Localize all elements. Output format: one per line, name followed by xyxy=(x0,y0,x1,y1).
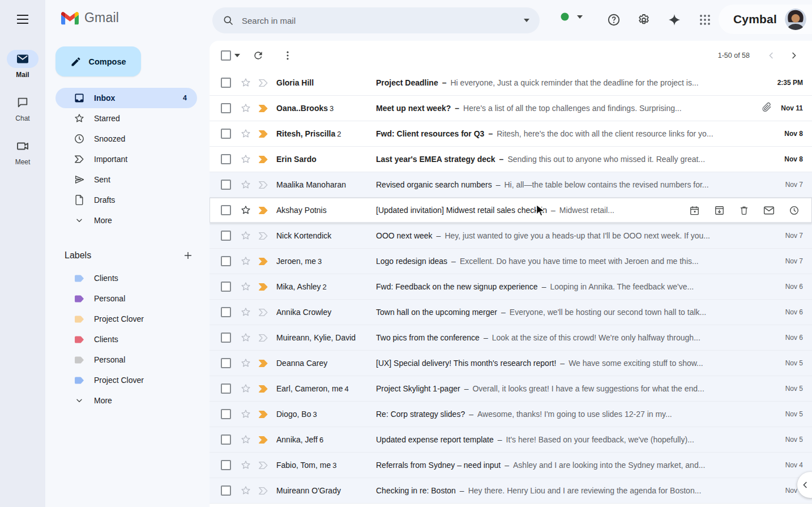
row-checkbox[interactable] xyxy=(221,358,231,368)
row-checkbox[interactable] xyxy=(221,256,231,266)
email-row[interactable]: Gloria Hill Project Deadline – Hi everyo… xyxy=(210,70,812,96)
importance-marker[interactable] xyxy=(258,308,268,317)
importance-marker[interactable] xyxy=(258,206,268,215)
sidebar-item-sent[interactable]: Sent xyxy=(55,169,197,190)
create-label-button[interactable] xyxy=(179,246,197,265)
email-row[interactable]: Diogo, Bo3 Re: Corp strategy slides? – A… xyxy=(210,402,812,427)
importance-marker[interactable] xyxy=(258,232,268,240)
importance-marker[interactable] xyxy=(258,130,268,138)
row-checkbox[interactable] xyxy=(221,485,231,496)
delete-button[interactable] xyxy=(739,205,749,216)
row-checkbox[interactable] xyxy=(221,180,231,190)
account-status-selector[interactable] xyxy=(561,12,583,21)
star-button[interactable] xyxy=(240,179,251,190)
star-button[interactable] xyxy=(240,459,251,471)
email-row[interactable]: Fabio, Tom, me3 Referrals from Sydney – … xyxy=(210,453,812,478)
importance-marker[interactable] xyxy=(258,334,268,342)
importance-marker[interactable] xyxy=(258,283,268,291)
star-button[interactable] xyxy=(240,408,251,420)
row-checkbox[interactable] xyxy=(221,231,231,241)
sidebar-item-more[interactable]: More xyxy=(55,210,197,231)
main-menu-button[interactable] xyxy=(11,8,34,31)
sidebar-item-drafts[interactable]: Drafts xyxy=(55,190,197,210)
sidebar-item-starred[interactable]: Starred xyxy=(55,108,197,129)
email-row[interactable]: Ritesh, Priscilla2 Fwd: Client resources… xyxy=(210,121,812,147)
rail-item-meet[interactable]: Meet xyxy=(7,137,39,166)
importance-marker[interactable] xyxy=(258,436,268,444)
email-row[interactable]: Akshay Potnis [Updated invitation] Midwe… xyxy=(210,198,812,223)
star-button[interactable] xyxy=(240,383,251,394)
star-button[interactable] xyxy=(240,485,251,496)
settings-button[interactable] xyxy=(631,7,656,32)
row-checkbox[interactable] xyxy=(221,409,231,419)
importance-marker[interactable] xyxy=(258,461,268,470)
row-checkbox[interactable] xyxy=(221,434,231,445)
email-row[interactable]: Deanna Carey [UX] Special delivery! This… xyxy=(210,351,812,376)
row-checkbox[interactable] xyxy=(221,282,231,292)
row-checkbox[interactable] xyxy=(221,103,231,113)
labels-more[interactable]: More xyxy=(55,390,197,411)
star-button[interactable] xyxy=(240,434,251,445)
importance-marker[interactable] xyxy=(258,104,268,113)
email-row[interactable]: Erin Sardo Last year's EMEA strategy dec… xyxy=(210,147,812,172)
sidebar-label-item[interactable]: Personal xyxy=(55,288,197,309)
email-row[interactable]: Oana..Brooks3 Meet up next week? – Here'… xyxy=(210,96,812,121)
email-row[interactable]: Maalika Manoharan Revised organic search… xyxy=(210,172,812,198)
row-checkbox[interactable] xyxy=(221,154,231,164)
search-bar[interactable] xyxy=(212,7,540,33)
star-button[interactable] xyxy=(240,77,251,88)
rail-item-mail[interactable]: Mail xyxy=(7,50,39,79)
star-button[interactable] xyxy=(240,204,251,216)
email-row[interactable]: Muireann, Kylie, David Two pics from the… xyxy=(210,325,812,351)
importance-marker[interactable] xyxy=(258,487,268,495)
star-button[interactable] xyxy=(240,281,251,292)
rsvp-calendar-button[interactable] xyxy=(689,205,700,216)
sidebar-label-item[interactable]: Project Clover xyxy=(55,370,197,390)
row-checkbox[interactable] xyxy=(221,129,231,139)
newer-page-button[interactable] xyxy=(761,45,781,66)
email-row[interactable]: Annika Crowley Town hall on the upcoming… xyxy=(210,300,812,325)
star-button[interactable] xyxy=(240,332,251,343)
importance-marker[interactable] xyxy=(258,385,268,393)
archive-button[interactable] xyxy=(714,205,725,216)
importance-marker[interactable] xyxy=(258,359,268,368)
older-page-button[interactable] xyxy=(784,45,804,66)
rail-item-chat[interactable]: Chat xyxy=(7,93,39,122)
sidebar-label-item[interactable]: Clients xyxy=(55,329,197,350)
importance-marker[interactable] xyxy=(258,155,268,164)
star-button[interactable] xyxy=(240,128,251,139)
email-row[interactable]: Nick Kortendick OOO next week – Hey, jus… xyxy=(210,223,812,249)
google-apps-button[interactable] xyxy=(693,7,717,32)
email-row[interactable]: Earl, Cameron, me4 Project Skylight 1-pa… xyxy=(210,376,812,402)
star-button[interactable] xyxy=(240,103,251,114)
email-row[interactable]: Mika, Ashley2 Fwd: Feedback on the new s… xyxy=(210,274,812,300)
select-all-checkbox[interactable] xyxy=(221,50,231,61)
star-button[interactable] xyxy=(240,154,251,165)
importance-marker[interactable] xyxy=(258,79,268,87)
sidebar-item-snoozed[interactable]: Snoozed xyxy=(55,129,197,149)
sidebar-label-item[interactable]: Personal xyxy=(55,350,197,370)
row-checkbox[interactable] xyxy=(221,205,231,215)
star-button[interactable] xyxy=(240,306,251,318)
refresh-button[interactable] xyxy=(247,44,270,67)
email-row[interactable]: Muireann O'Grady Checking in re: Boston … xyxy=(210,478,812,504)
sidebar-item-important[interactable]: Important xyxy=(55,149,197,169)
email-row[interactable]: Jeroen, me3 Logo redesign ideas – Excell… xyxy=(210,249,812,274)
importance-marker[interactable] xyxy=(258,181,268,189)
row-checkbox[interactable] xyxy=(221,460,231,470)
account-avatar[interactable] xyxy=(785,8,806,30)
email-row[interactable]: Annika, Jeff6 Updated expense report tem… xyxy=(210,427,812,453)
star-button[interactable] xyxy=(240,357,251,369)
sidebar-item-inbox[interactable]: Inbox 4 xyxy=(55,88,197,108)
compose-button[interactable]: Compose xyxy=(55,46,141,76)
importance-marker[interactable] xyxy=(258,410,268,419)
mark-unread-button[interactable] xyxy=(763,206,775,215)
star-button[interactable] xyxy=(240,255,251,267)
select-options-caret-icon[interactable] xyxy=(234,54,240,57)
search-options-caret-icon[interactable] xyxy=(524,19,529,22)
row-checkbox[interactable] xyxy=(221,333,231,343)
row-checkbox[interactable] xyxy=(221,384,231,394)
sidebar-label-item[interactable]: Clients xyxy=(55,268,197,288)
gmail-logo[interactable]: Gmail xyxy=(61,10,119,25)
gemini-button[interactable] xyxy=(662,7,687,32)
